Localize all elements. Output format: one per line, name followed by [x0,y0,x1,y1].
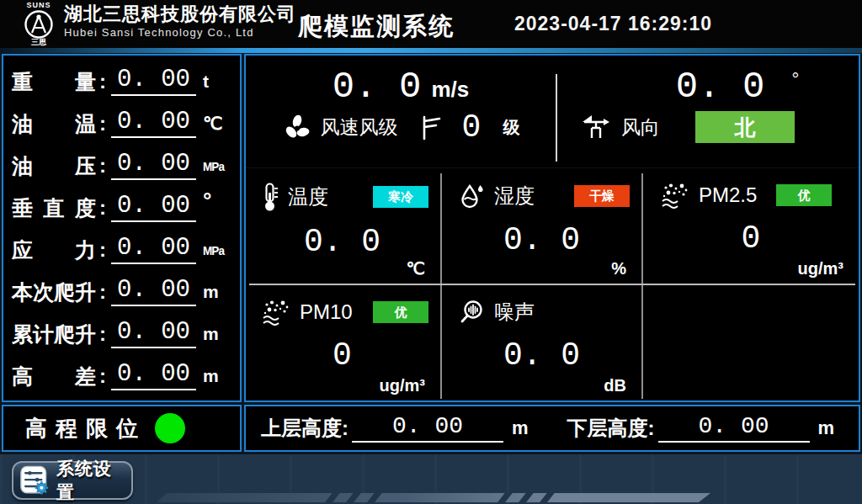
metric-row-oil-temp: 油温: 0. 00 ℃ [12,103,233,145]
noise-unit: dB [604,376,626,395]
metric-row-stress: 应力: 0. 00 MPa [12,229,233,271]
colon: : [96,154,109,178]
metric-label: 应力 [12,240,96,261]
temperature-unit: ℃ [407,258,425,279]
pm25-value: 0 [645,220,857,257]
pm10-label: PM10 [300,300,353,324]
logo-top-text: SUNS [26,2,51,9]
upper-height-group: 上层高度: 0. 00 m [261,415,529,443]
metric-label: 油温 [12,114,96,135]
metric-row-verticality: 垂直度: 0. 00 ° [12,187,233,229]
metric-label: 重量 [12,72,96,93]
colon: : [96,322,109,346]
metric-value: 0. 00 [111,236,196,264]
company-name-cn: 湖北三思科技股份有限公司 [64,3,296,25]
datetime-display: 2023-04-17 16:29:10 [514,13,712,35]
upper-height-unit: m [512,417,529,439]
metric-unit: t [203,72,233,92]
noise-label: 噪声 [494,299,535,326]
company-logo-icon: SUNS 三思 [17,2,61,47]
grid-divider [246,167,859,168]
colon: : [96,70,109,93]
lower-height-value: 0. 00 [658,415,810,443]
metric-unit: MPa [203,243,230,257]
wind-direction-badge: 北 [695,111,795,143]
footer-decoration [157,493,710,502]
noise-meter-icon [459,299,486,326]
metric-value: 0. 00 [111,109,196,138]
humidity-unit: % [611,259,626,279]
temperature-label: 温度 [288,183,328,210]
dust-particles-icon [660,182,690,209]
monitor-screen: SUNS 三思 湖北三思科技股份有限公司 Hubei Sansi Technol… [0,0,862,504]
temperature-status-badge: 寒冷 [373,186,428,208]
noise-cell: 噪声 0. 0 dB [444,287,640,399]
grid-divider [641,173,643,399]
pm25-unit: ug/m³ [798,259,843,279]
settings-button-label: 系统设置 [56,457,125,504]
lower-height-unit: m [818,417,835,439]
metric-label: 油压 [12,156,96,177]
elevation-limit-panel: 高程限位 [2,405,242,452]
metric-value: 0. 00 [111,151,196,180]
pm10-cell: PM10 优 0 ug/m³ [246,287,439,399]
dust-particles-icon [261,299,291,326]
metric-value: 0. 00 [111,67,196,96]
metric-value: 0. 00 [111,194,196,222]
wind-vane-icon [581,113,611,141]
wind-speed-value: 0. 0 [333,67,422,106]
logo-bottom-text: 三思 [31,39,46,46]
colon: : [96,196,109,220]
logo-mark-icon [24,9,54,40]
wind-level-value: 0 [462,109,482,146]
metric-row-current-climb: 本次爬升: 0. 00 m [12,271,233,313]
metric-label: 垂直度 [12,198,96,219]
elevation-limit-indicator [155,413,185,443]
header: SUNS 三思 湖北三思科技股份有限公司 Hubei Sansi Technol… [0,0,862,48]
heights-panel: 上层高度: 0. 00 m 下层高度: 0. 00 m [244,405,860,452]
pm25-label: PM2.5 [699,183,757,207]
upper-height-label: 上层高度: [261,415,349,442]
grid-divider [440,173,442,399]
grid-divider [249,284,855,285]
sliders-gear-icon [20,464,50,496]
pm25-status-badge: 优 [776,184,832,206]
thermometer-icon [261,182,279,212]
pm10-value: 0 [246,337,439,374]
metric-unit: ° [203,188,233,214]
wind-direction-label: 风向 [621,114,660,141]
system-settings-button[interactable]: 系统设置 [12,461,133,500]
colon: : [96,112,109,135]
wind-direction-value: 0. 0 [676,67,765,106]
fan-icon [282,113,312,143]
wind-speed-unit: m/s [431,77,469,103]
company-name-en: Hubei Sansi Technology Co., Ltd [64,25,296,40]
lower-height-group: 下层高度: 0. 00 m [567,415,835,443]
metric-row-height-diff: 高差: 0. 00 m [12,355,233,397]
metric-unit: m [203,366,233,386]
header-divider [0,48,862,53]
metric-label: 本次爬升 [12,282,96,303]
metric-unit: ℃ [203,114,233,134]
pm25-cell: PM2.5 优 0 ug/m³ [645,170,857,282]
temperature-value: 0. 0 [246,224,439,260]
temperature-cell: 温度 寒冷 0. 0 ℃ [246,170,439,282]
wind-direction-unit: ° [791,69,799,91]
metric-value: 0. 00 [111,362,196,390]
noise-value: 0. 0 [444,337,640,374]
wind-level-unit: 级 [503,116,519,139]
wind-direction-section: 0. 0 ° 风向 北 [557,56,859,168]
elevation-limit-label: 高程限位 [25,414,146,443]
colon: : [96,280,109,304]
metric-unit: m [203,282,233,302]
humidity-label: 湿度 [494,183,535,210]
metric-label: 高差 [12,366,96,387]
metrics-panel: 重量: 0. 00 t 油温: 0. 00 ℃ 油压: 0. 00 MPa 垂直… [2,54,242,402]
wind-speed-section: 0. 0 m/s 风速风级 0 级 [246,56,556,168]
lower-height-label: 下层高度: [567,415,655,442]
humidity-value: 0. 0 [444,222,640,258]
pm10-status-badge: 优 [373,301,428,323]
metric-value: 0. 00 [111,278,196,306]
metric-unit: MPa [203,159,230,173]
wind-level-flag-icon [420,114,442,141]
